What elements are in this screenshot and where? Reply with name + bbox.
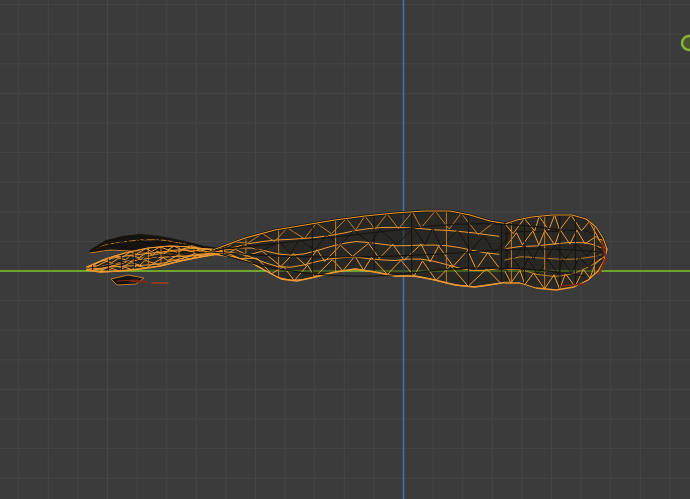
3d-viewport[interactable] <box>0 0 690 499</box>
y-axis-gizmo-ball[interactable] <box>682 36 690 50</box>
viewport-canvas[interactable] <box>0 0 690 499</box>
